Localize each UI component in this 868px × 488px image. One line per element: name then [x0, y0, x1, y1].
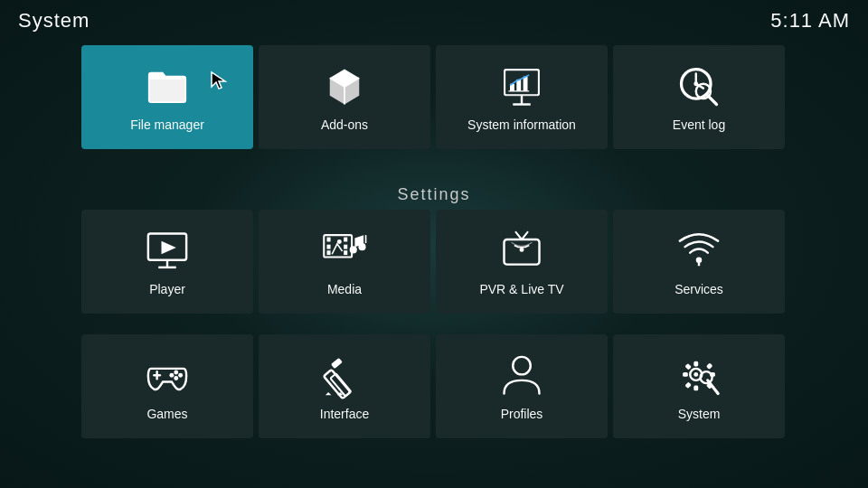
svg-rect-21 — [327, 237, 331, 241]
tile-label-media: Media — [327, 282, 362, 296]
grid-row-2: Games Interface Profiles — [81, 334, 785, 438]
grid-row-1: Player Me — [81, 210, 785, 314]
svg-marker-0 — [212, 72, 225, 89]
svg-point-42 — [178, 372, 183, 377]
top-bar: System 5:11 AM — [0, 0, 868, 42]
tile-pvr-live-tv[interactable]: PVR & Live TV — [436, 210, 608, 314]
tile-media[interactable]: Media — [259, 210, 430, 314]
svg-point-28 — [350, 246, 357, 253]
cursor-overlay — [210, 70, 228, 89]
app-title: System — [18, 9, 90, 33]
svg-rect-53 — [693, 361, 698, 366]
settings-label: Settings — [0, 185, 868, 204]
svg-rect-26 — [344, 250, 347, 255]
tile-system[interactable]: System — [613, 334, 785, 438]
svg-rect-23 — [327, 250, 331, 255]
clock: 5:11 AM — [770, 9, 850, 33]
tile-label-games: Games — [146, 407, 187, 421]
tile-label-system: System — [678, 407, 721, 421]
svg-rect-57 — [684, 362, 691, 369]
profiles-icon — [498, 352, 545, 399]
svg-point-43 — [174, 376, 178, 380]
tile-services[interactable]: Services — [613, 210, 785, 314]
svg-rect-5 — [524, 76, 528, 90]
player-icon — [144, 228, 191, 275]
tile-label-player: Player — [149, 282, 185, 296]
tile-label-interface: Interface — [320, 407, 369, 421]
tile-add-ons[interactable]: Add-ons — [259, 45, 430, 149]
tile-label-file-manager: File manager — [130, 117, 204, 132]
svg-rect-54 — [693, 385, 698, 390]
svg-rect-25 — [344, 244, 347, 249]
svg-point-44 — [169, 372, 174, 377]
tile-event-log[interactable]: Event log — [613, 45, 785, 149]
svg-rect-55 — [683, 371, 688, 376]
svg-marker-46 — [326, 391, 332, 394]
svg-rect-22 — [327, 244, 331, 249]
svg-rect-59 — [706, 362, 712, 369]
top-row: File manager Add-ons — [81, 45, 785, 149]
tile-label-add-ons: Add-ons — [321, 117, 368, 132]
svg-point-50 — [513, 356, 531, 374]
interface-icon — [321, 352, 368, 399]
svg-rect-24 — [344, 237, 347, 241]
sysinfo-icon — [498, 63, 545, 110]
tile-system-information[interactable]: System information — [436, 45, 608, 149]
svg-rect-47 — [331, 357, 343, 368]
pvr-icon — [498, 228, 545, 275]
tile-interface[interactable]: Interface — [259, 334, 430, 438]
tile-label-event-log: Event log — [673, 117, 725, 132]
folder-icon — [144, 63, 191, 110]
system-icon — [675, 352, 722, 399]
tile-player[interactable]: Player — [81, 210, 253, 314]
eventlog-icon — [675, 63, 722, 110]
svg-point-52 — [693, 371, 698, 376]
addons-icon — [321, 63, 368, 110]
tile-file-manager[interactable]: File manager — [81, 45, 253, 149]
games-icon — [144, 352, 191, 399]
svg-point-29 — [358, 243, 365, 250]
svg-point-41 — [174, 370, 178, 374]
services-icon — [675, 228, 722, 275]
svg-rect-60 — [684, 381, 691, 388]
svg-point-36 — [520, 247, 524, 251]
tile-label-services: Services — [675, 282, 723, 296]
tile-label-pvr-live-tv: PVR & Live TV — [479, 282, 563, 296]
svg-point-27 — [337, 239, 342, 244]
tile-profiles[interactable]: Profiles — [436, 334, 608, 438]
tile-label-profiles: Profiles — [501, 407, 543, 421]
tile-label-system-information: System information — [467, 117, 576, 132]
media-icon — [321, 228, 368, 275]
tile-games[interactable]: Games — [81, 334, 253, 438]
